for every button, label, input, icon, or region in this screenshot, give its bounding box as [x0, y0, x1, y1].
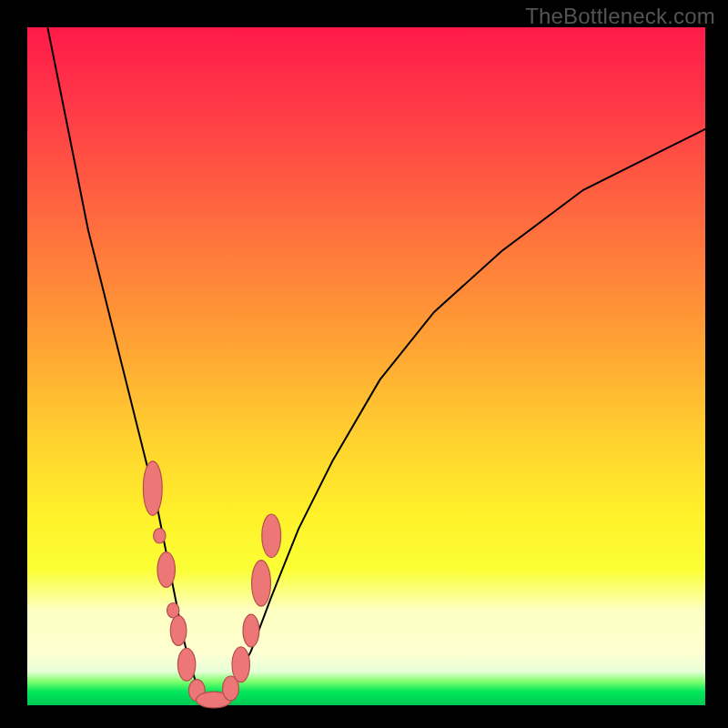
curve-markers [143, 461, 280, 708]
plot-area [27, 27, 705, 705]
curve-svg [27, 27, 705, 705]
marker-bead [154, 529, 166, 543]
attribution-label: TheBottleneck.com [525, 4, 715, 29]
v-curve [47, 27, 705, 705]
marker-bead [232, 647, 249, 682]
chart-frame: TheBottleneck.com [0, 0, 728, 728]
marker-bead [262, 514, 281, 558]
marker-bead [157, 552, 175, 588]
marker-bead [252, 561, 271, 607]
marker-bead [177, 648, 195, 681]
marker-bead [243, 614, 259, 647]
marker-bead [143, 461, 162, 516]
marker-bead [170, 616, 187, 646]
